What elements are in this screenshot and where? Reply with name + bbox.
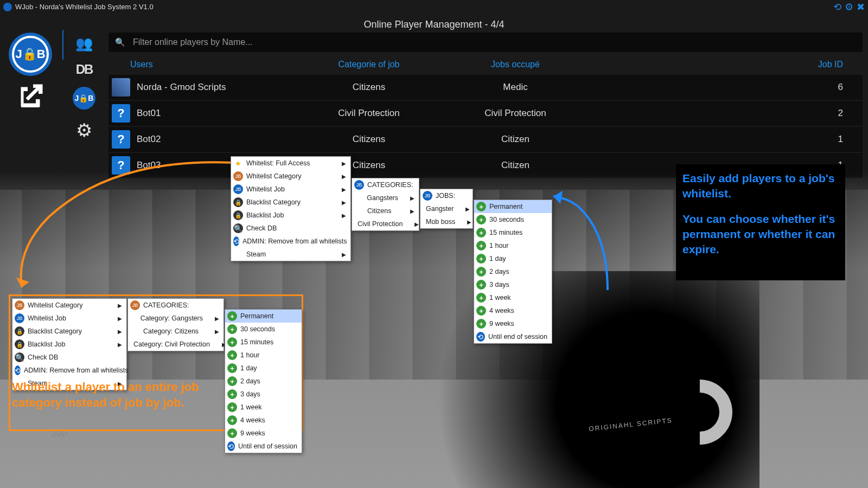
menu-item[interactable]: Civil Protection▶ <box>352 217 419 230</box>
menu-item[interactable]: 🔍Check DB <box>231 222 350 235</box>
menu-item-label: JOBS: <box>436 192 455 200</box>
export-button[interactable] <box>11 80 49 118</box>
menu-item-label: Check DB <box>246 224 277 232</box>
menu-item[interactable]: +1 day <box>474 252 552 265</box>
menu-item[interactable]: +30 seconds <box>225 323 302 336</box>
menu-item-label: CATEGORIES: <box>367 181 413 189</box>
menu-item[interactable]: JBCATEGORIES: <box>128 299 224 312</box>
menu-item[interactable]: +1 day <box>225 362 302 375</box>
menu-item[interactable]: +2 days <box>474 265 552 278</box>
menu-item-label: Whitelist Category <box>246 172 301 180</box>
menu-item[interactable]: Mob boss▶ <box>420 215 473 228</box>
bw-icon: JB <box>233 184 243 194</box>
menu-item[interactable]: JBCATEGORIES: <box>352 178 419 191</box>
menu-item[interactable]: +9 weeks <box>474 317 552 330</box>
window-title: WJob - Norda's Whitelist Job System 2 V1… <box>15 3 154 11</box>
menu-item[interactable]: 🔒Blacklist Job▶ <box>12 338 126 351</box>
menu-item[interactable]: 🔍Check DB <box>12 351 126 364</box>
search-input[interactable] <box>133 37 856 47</box>
chevron-right-icon: ▶ <box>333 174 346 179</box>
menu-item[interactable]: +1 week <box>474 291 552 304</box>
menu-item[interactable]: ⟲ADMIN: Remove from all whitelists <box>231 235 350 248</box>
menu-item[interactable]: JBWhitelist Job▶ <box>12 312 126 325</box>
menu-item[interactable]: JBWhitelist Category▶ <box>231 170 350 183</box>
plus-icon: + <box>476 293 486 303</box>
menu-item-label: Permanent <box>489 203 522 210</box>
menu-item[interactable]: +3 days <box>474 278 552 291</box>
menu-item[interactable]: Citizens▶ <box>352 204 419 217</box>
settings-icon[interactable]: ⚙ <box>845 1 853 13</box>
bw-icon: JB <box>354 180 364 190</box>
plus-icon: + <box>227 402 237 412</box>
menu-item-label: Steam <box>246 251 266 258</box>
table-row[interactable]: Bot02 Citizens Citizen 1 <box>108 127 863 152</box>
players-icon[interactable]: 👥 <box>75 35 93 52</box>
menu-item-label: CATEGORIES: <box>143 301 189 309</box>
menu-item[interactable]: +3 days <box>225 388 302 401</box>
wj-icon: JB <box>130 300 140 310</box>
context-submenu-categories[interactable]: JBCATEGORIES:Gangsters▶Citizens▶Civil Pr… <box>352 178 419 231</box>
menu-item[interactable]: +2 days <box>225 375 302 388</box>
database-button[interactable]: DB <box>76 62 93 77</box>
menu-item-label: Citizens <box>367 207 391 215</box>
context-submenu-duration-2[interactable]: +Permanent+30 seconds+15 minutes+1 hour+… <box>225 309 302 453</box>
menu-item[interactable]: Category: Citizens▶ <box>128 325 224 338</box>
context-menu-main[interactable]: ★Whitelist: Full Access▶JBWhitelist Cate… <box>231 156 351 261</box>
menu-item[interactable]: +9 weeks <box>225 427 302 440</box>
menu-item[interactable]: +4 weeks <box>225 414 302 427</box>
lock-icon: 🔒 <box>15 339 24 349</box>
menu-item[interactable]: JBWhitelist Category▶ <box>12 299 126 312</box>
menu-item-label: Mob boss <box>426 218 455 226</box>
menu-item[interactable]: Category: Civil Protection▶ <box>128 338 224 351</box>
menu-item[interactable]: ⟲Until end of session <box>225 440 302 453</box>
gear-icon[interactable]: ⚙ <box>76 119 92 141</box>
app-logo[interactable]: J🔒B <box>9 33 52 76</box>
refresh-icon[interactable]: ⟲ <box>833 1 841 13</box>
menu-item[interactable]: 🔒Blacklist Category▶ <box>231 196 350 209</box>
ref-icon: ⟲ <box>15 365 21 375</box>
table-row[interactable]: Bot01 Civil Protection Civil Protection … <box>108 101 863 126</box>
menu-item[interactable]: JBWhitelist Job▶ <box>231 183 350 196</box>
cy-icon: ⟲ <box>476 332 485 342</box>
menu-item[interactable]: Category: Gangsters▶ <box>128 312 224 325</box>
bw-icon: JB <box>15 313 24 323</box>
context-menu-main-2[interactable]: JBWhitelist Category▶JBWhitelist Job▶🔒Bl… <box>12 298 127 390</box>
cell-jobid: 2 <box>591 108 854 119</box>
context-submenu-duration[interactable]: +Permanent+30 seconds+15 minutes+1 hour+… <box>474 200 552 344</box>
menu-item[interactable]: +1 hour <box>225 349 302 362</box>
menu-item[interactable]: +15 minutes <box>225 336 302 349</box>
menu-item-label: Whitelist Job <box>246 185 285 193</box>
context-submenu-jobs[interactable]: JBJOBS:Gangster▶Mob boss▶ <box>420 189 473 229</box>
close-icon[interactable]: ✖ <box>857 1 865 13</box>
caption-blue-line2: You can choose whether it's permanent or… <box>682 211 839 258</box>
menu-item[interactable]: 🔒Blacklist Job▶ <box>231 209 350 222</box>
menu-item[interactable]: JBJOBS: <box>420 189 473 202</box>
menu-item[interactable]: 🔒Blacklist Category▶ <box>12 325 126 338</box>
menu-item[interactable]: +4 weeks <box>474 304 552 317</box>
plus-icon: + <box>476 241 486 251</box>
menu-item[interactable]: +Permanent <box>225 310 302 323</box>
menu-item-label: Category: Civil Protection <box>133 341 210 348</box>
plus-icon: + <box>476 228 486 237</box>
menu-item[interactable]: ⟲ADMIN: Remove from all whitelists <box>12 364 126 377</box>
menu-item[interactable]: ★Whitelist: Full Access▶ <box>231 157 350 170</box>
menu-item[interactable]: +1 hour <box>474 239 552 252</box>
menu-item[interactable]: ⟲Until end of session <box>474 330 552 343</box>
wjob-mini-icon[interactable]: J🔒B <box>73 87 95 110</box>
menu-item[interactable]: +1 week <box>225 401 302 414</box>
menu-item[interactable]: +15 minutes <box>474 226 552 239</box>
plus-icon: + <box>227 324 237 334</box>
plus-icon: + <box>476 202 486 211</box>
chevron-right-icon: ▶ <box>109 303 122 309</box>
menu-item[interactable]: +Permanent <box>474 200 552 213</box>
chevron-right-icon: ▶ <box>401 208 414 214</box>
menu-item[interactable]: Steam▶ <box>231 248 350 261</box>
menu-item[interactable]: Gangster▶ <box>420 202 473 215</box>
menu-item-label: 3 days <box>489 281 509 288</box>
menu-item[interactable]: Gangsters▶ <box>352 191 419 204</box>
mag-icon: 🔍 <box>233 223 243 233</box>
table-row[interactable]: Norda - Gmod Scripts Citizens Medic 6 <box>108 75 863 100</box>
main-panel: 🔍 Users Categorie of job Jobs occupé Job… <box>108 33 863 179</box>
menu-item[interactable]: +30 seconds <box>474 213 552 226</box>
context-submenu-categories-2[interactable]: JBCATEGORIES:Category: Gangsters▶Categor… <box>127 298 224 351</box>
